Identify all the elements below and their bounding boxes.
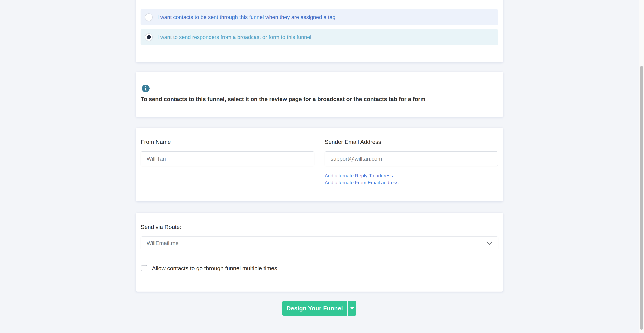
add-reply-to-link[interactable]: Add alternate Reply-To address [325,173,393,179]
design-funnel-button-group: Design Your Funnel [282,301,356,316]
from-name-label: From Name [141,139,171,145]
funnel-setup-page: I want contacts to be sent through this … [0,0,644,333]
route-card: Send via Route: WillEmail.me Allow conta… [136,212,504,292]
trigger-options-card: I want contacts to be sent through this … [136,0,504,63]
route-select[interactable]: WillEmail.me [141,236,498,250]
add-from-email-link[interactable]: Add alternate From Email address [325,180,398,185]
scrollbar-track[interactable] [639,0,644,333]
radio-option-tag[interactable]: I want contacts to be sent through this … [140,9,498,25]
route-select-value: WillEmail.me [146,240,178,246]
design-funnel-button[interactable]: Design Your Funnel [282,301,347,316]
from-name-input[interactable] [141,151,314,166]
scrollbar-thumb[interactable] [640,66,643,330]
chevron-down-icon [486,241,492,245]
multiple-times-label: Allow contacts to go through funnel mult… [152,265,277,271]
info-icon: i [142,85,150,92]
radio-option-broadcast[interactable]: I want to send responders from a broadca… [140,29,498,45]
caret-down-icon [350,307,354,309]
info-card: i To send contacts to this funnel, selec… [136,72,504,117]
radio-selected-icon[interactable] [145,34,152,41]
radio-option-broadcast-label: I want to send responders from a broadca… [157,34,311,40]
radio-unselected-icon[interactable] [145,14,152,21]
sender-email-label: Sender Email Address [325,139,381,145]
sender-email-input[interactable] [325,151,498,166]
multiple-times-row[interactable]: Allow contacts to go through funnel mult… [141,265,277,271]
info-text: To send contacts to this funnel, select … [141,96,494,102]
radio-dot [147,35,151,39]
route-label: Send via Route: [141,224,181,230]
sender-card: From Name Sender Email Address Add alter… [136,127,504,201]
design-funnel-dropdown-toggle[interactable] [348,301,356,316]
radio-option-tag-label: I want contacts to be sent through this … [157,14,336,20]
multiple-times-checkbox[interactable] [141,265,147,271]
